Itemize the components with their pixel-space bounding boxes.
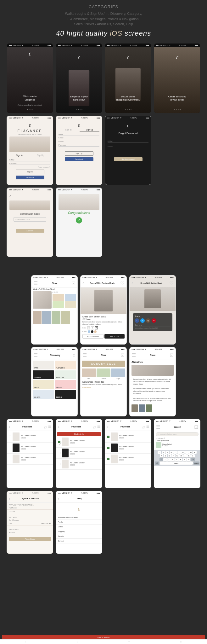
- search-bar[interactable]: ⌕ Look at what we have: [156, 432, 199, 436]
- header: Categories Walkthroughs & Sign Up / In, …: [0, 0, 207, 40]
- back-icon-2[interactable]: ‹: [131, 280, 133, 286]
- favorites-row: ●●● VERIZON ▼4:20 PM■■■ ‹ Favorites ⌕ ≡ …: [6, 419, 201, 488]
- signin-phone: ●●● VERIZON ▼4:20 PM■■■ ε ELAGANCE Helpi…: [7, 116, 53, 185]
- news-item-3: Bags: [111, 368, 125, 380]
- bag-icon-2[interactable]: ⊡: [120, 352, 125, 358]
- help-item-security[interactable]: Security: [56, 534, 102, 539]
- share-email[interactable]: @: [146, 318, 150, 323]
- category-bags[interactable]: BAGS: [33, 380, 54, 389]
- back-icon-3[interactable]: ‹: [9, 424, 10, 430]
- category-axans[interactable]: AX.ANS: [33, 390, 54, 399]
- keyboard: QWERTYUIOP ASDFGHJKL ⇧ZXCVBNM⌫ 123 space…: [154, 450, 200, 466]
- category-label: Categories: [6, 4, 201, 9]
- share-facebook[interactable]: f: [135, 318, 139, 323]
- heart-icon[interactable]: ♡: [120, 280, 125, 286]
- help-item-shipping[interactable]: Shipping: [56, 529, 102, 534]
- help-item-profile[interactable]: Profile: [56, 520, 102, 525]
- fav-item-3: Ajla Leather Sneakers € 59.00: [7, 454, 53, 465]
- status-bar-3: ●●● VERIZON ▼4:20 PM■■■: [105, 44, 151, 47]
- walkthrough-phone-2: ●●● VERIZON ▼4:20 PM■■■ ε Elegance in yo…: [56, 43, 102, 113]
- header-subtitle: Walkthroughs & Sign Up / In, Discovery, …: [6, 11, 201, 27]
- search-icon-fav2[interactable]: ⌕: [93, 424, 96, 430]
- congrats-text: Congratulations: [59, 211, 99, 215]
- back-icon-checkout[interactable]: ‹: [9, 496, 10, 502]
- help-item-notifications[interactable]: Managing site notifications: [56, 515, 102, 520]
- status-bar-4: ●●● VERIZON ▼4:20 PM■■■: [154, 44, 200, 47]
- back-icon-help[interactable]: ‹: [58, 496, 59, 502]
- send-password-button[interactable]: Send password: [114, 157, 143, 161]
- category-shorts[interactable]: SHORTS: [33, 370, 54, 379]
- walkthrough-title-4: A store accordingto your street.: [154, 95, 200, 102]
- category-flowers[interactable]: FLOWERS: [55, 361, 76, 369]
- search-icon-fav3[interactable]: ⌕: [142, 424, 145, 430]
- search-icon-2[interactable]: ⌕: [72, 352, 76, 358]
- walkthrough-title-2: Elegance in yourhands now: [56, 95, 102, 102]
- back-icon[interactable]: ‹: [82, 280, 84, 286]
- search-phone: ●●● VERIZON ▼4:20 PM■■■ ☰ Search ⊡ ⌕ Loo…: [154, 419, 200, 488]
- about-content: Lorem ipsum dolor sit amet consectetur a…: [131, 377, 174, 387]
- read-more[interactable]: Read More: [82, 386, 125, 388]
- place-order-button[interactable]: Place Order: [9, 537, 51, 541]
- store-row: ●●● VERIZON ▼4:20 PM■■■ ☰ Store ⊡ Wide-C…: [6, 275, 201, 345]
- menu-icon[interactable]: ☰: [33, 280, 38, 286]
- help-phone: ●●● VERIZON ▼4:20 PM■■■ ‹ Help ε Managin…: [56, 491, 102, 554]
- share-pinterest[interactable]: P: [152, 318, 156, 323]
- menu-icon-2[interactable]: ☰: [33, 352, 38, 358]
- header-main-heading: 40 hight quality iOS screens: [6, 29, 201, 38]
- store-listing-phone: ●●● VERIZON ▼4:20 PM■■■ ☰ Store ⊡ Wide-C…: [31, 275, 78, 345]
- bag-icon-4[interactable]: ⊡: [194, 424, 198, 430]
- copy-link[interactable]: Copy Link: [135, 324, 171, 326]
- category-jeans[interactable]: JEANS: [55, 390, 76, 399]
- auth-row: ●●● VERIZON ▼4:20 PM■■■ ε ELAGANCE Helpi…: [6, 116, 201, 185]
- share-twitter[interactable]: t: [140, 318, 145, 323]
- menu-icon-3[interactable]: ☰: [82, 352, 87, 358]
- list-icon-fav2[interactable]: ≡: [97, 424, 100, 430]
- red-banner: MacBook Air: [57, 432, 101, 436]
- list-icon-fav3[interactable]: ≡: [146, 424, 149, 430]
- fav-item-7: ✓ Ajla Leather Sneakers € 59.00: [105, 432, 151, 443]
- sale-banner: AUGUST SALE: [82, 361, 125, 367]
- favorites-phone-1: ●●● VERIZON ▼4:20 PM■■■ ‹ Favorites ⌕ ≡ …: [7, 419, 53, 488]
- confirm-phone: ●●● VERIZON ▼4:20 PM■■■ ‹ Confirmation C…: [7, 188, 53, 257]
- confirm-input[interactable]: confirmation code: [14, 217, 46, 222]
- help-item-contact[interactable]: Contact: [56, 539, 102, 543]
- bag-icon[interactable]: ⊡: [71, 280, 76, 286]
- fav-item-6: Ajla Leather Sneakers € 59.00: [56, 459, 102, 470]
- fav-item-1: Ajla Leather Sneakers € 59.00: [7, 432, 53, 443]
- walkthrough-subtitle-1: A store according to your street.: [7, 104, 53, 106]
- about-phone: ●●● VERIZON ▼4:20 PM■■■ ☰ Store ⊡ About …: [129, 347, 176, 416]
- bag-icon-3[interactable]: ⊡: [170, 352, 174, 358]
- forgot-title: Forgot Password: [108, 129, 148, 136]
- congrats-phone: ●●● VERIZON ▼4:20 PM■■■ Congratulations …: [56, 188, 102, 257]
- product-detail-phone: ●●● VERIZON ▼4:20 PM■■■ ‹ Dress With But…: [80, 275, 127, 345]
- back-icon-4[interactable]: ‹: [58, 424, 59, 430]
- signin-button[interactable]: Sign In: [16, 170, 44, 174]
- category-hats[interactable]: HATS: [33, 361, 54, 369]
- category-jackets[interactable]: JACKETS: [55, 370, 76, 379]
- back-icon-5[interactable]: ‹: [107, 424, 109, 430]
- heart-icon-2[interactable]: ♡: [169, 280, 174, 286]
- menu-icon-5[interactable]: ☰: [156, 424, 160, 430]
- search-icon-fav[interactable]: ⌕: [44, 424, 47, 430]
- list-icon-fav[interactable]: ≡: [48, 424, 51, 430]
- favorites-phone-2: ●●● VERIZON ▼4:20 PM■■■ ‹ Favorites ⌕ ≡ …: [56, 419, 102, 488]
- news-item-2: Dresses: [97, 368, 111, 380]
- green-check-icon: ✓: [76, 217, 82, 223]
- signup-button[interactable]: Sign Up: [65, 151, 93, 156]
- brand-name: ELAGANCE: [9, 129, 50, 133]
- approve-button[interactable]: Approve: [16, 229, 44, 233]
- category-shoes[interactable]: SHOES: [55, 380, 76, 389]
- shirt-price: £ 21.00: [53, 291, 76, 293]
- payment-info-title: Payment Information: [7, 503, 53, 506]
- facebook-button[interactable]: Facebook: [16, 176, 44, 179]
- signup-facebook-button[interactable]: Facebook: [65, 157, 93, 161]
- walkthrough-phone-4: ●●● VERIZON ▼4:20 PM■■■ ε A store accord…: [154, 43, 200, 113]
- news-items: Tops Dresses Bags: [81, 368, 126, 380]
- fav-item-9: ✓ Ajla Leather Sneakers € 59.00: [105, 454, 151, 465]
- menu-icon-4[interactable]: ☰: [131, 352, 136, 358]
- forgot-phone: ●●● VERIZON ▼4:20 PM■■■ ε Forgot Passwor…: [105, 116, 151, 185]
- discovery-row: ●●● VERIZON ▼4:20 PM■■■ ☰ Discovery ⌕ HA…: [6, 347, 201, 416]
- fav-item-2: Ajla Leather Sneakers € 59.00: [7, 443, 53, 454]
- help-item-orders[interactable]: Orders: [56, 525, 102, 529]
- category-grid: HATS FLOWERS SHORTS JACKETS BAGS SHOES A…: [31, 359, 77, 400]
